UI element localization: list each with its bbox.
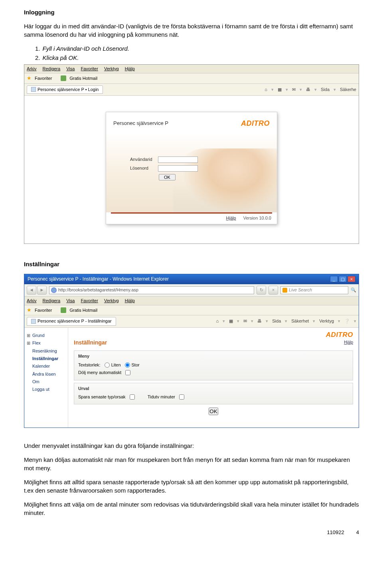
star-icon: ★ [27, 75, 32, 82]
fav-link-hotmail-2[interactable]: Gratis Hotmail [69, 307, 97, 313]
login-version: Version 10.0.0 [243, 215, 271, 221]
address-bar[interactable]: http://brooks/arbetstagaretest/Hmeny.asp [49, 286, 254, 294]
heading-installningar: Inställningar [24, 260, 359, 268]
hotmail-icon [61, 75, 66, 81]
radio-stor[interactable]: Stor [125, 362, 140, 368]
feed-icon[interactable]: ▦ [278, 87, 282, 93]
menu-hjalp[interactable]: Hjälp [125, 66, 135, 71]
favorites-label: Favoriter [35, 75, 52, 81]
menu2-visa[interactable]: Visa [66, 298, 75, 303]
mail-icon[interactable]: ✉ [292, 87, 296, 93]
nav-om[interactable]: Om [27, 378, 65, 386]
browser-tab-2[interactable]: Personec självservice P - Inställningar [27, 317, 116, 325]
stop-button[interactable]: × [268, 286, 278, 295]
print-icon-2[interactable]: 🖶 [257, 318, 262, 324]
tool2-sida[interactable]: Sida [272, 318, 281, 324]
tool-sakerhet[interactable]: Säkerhe [340, 87, 356, 93]
label-anvandarid: Användarid [130, 156, 158, 162]
favorites-bar-2: ★ Favoriter Gratis Hotmail [24, 305, 359, 315]
nav-forward[interactable]: ► [37, 286, 47, 295]
login-panel: Personec självservice P ADITRO Användari… [106, 112, 277, 224]
para-4: Möjlighet finns att välja om de antal mi… [24, 500, 359, 517]
nav-logga-ut[interactable]: Logga ut [27, 386, 65, 393]
menu-visa[interactable]: Visa [66, 66, 75, 71]
tab-row-2: Personec självservice P - Inställningar … [24, 315, 359, 327]
print-icon[interactable]: 🖶 [306, 87, 310, 93]
input-anvandarid[interactable] [158, 156, 198, 163]
tool2-sakerhet[interactable]: Säkerhet [291, 318, 309, 324]
fav-link-hotmail[interactable]: Gratis Hotmail [69, 75, 97, 81]
input-losenord[interactable] [158, 165, 198, 172]
refresh-button[interactable]: ↻ [257, 286, 266, 295]
panel-title: Inställningar [74, 339, 353, 347]
tool-sida[interactable]: Sida [321, 87, 330, 93]
tool2-verktyg[interactable]: Verktyg [319, 318, 334, 324]
page-tools-2: ⌂▾ ▦▾ ✉▾ 🖶▾ Sida▾ Säkerhet▾ Verktyg▾ ❔▾ [216, 318, 356, 324]
tab-label: Personec självservice P • Login [38, 87, 99, 93]
settings-ok-button[interactable]: OK [209, 408, 218, 415]
search-box[interactable]: Live Search [280, 286, 348, 294]
screenshot-installningar: Personec självservice P - Inställningar … [24, 274, 359, 428]
login-title: Personec självservice P [113, 120, 168, 127]
login-help-link[interactable]: Hjälp [226, 215, 236, 221]
window-close[interactable]: × [347, 276, 355, 282]
page-tools: ⌂▾ ▦▾ ✉▾ 🖶▾ Sida▾ Säkerhe [265, 87, 356, 93]
window-titlebar: Personec självservice P - Inställningar … [24, 274, 359, 284]
legend-urval: Urval [78, 386, 349, 392]
para-2: Menyn kan döljas automatiskt när man för… [24, 455, 359, 472]
nav-kalender[interactable]: Kalender [27, 362, 65, 370]
nav-flex[interactable]: ⊞Flex [27, 339, 65, 347]
mail-icon-2[interactable]: ✉ [243, 318, 247, 324]
checkbox-spara-senaste[interactable] [130, 394, 135, 400]
ie-menu-bar-2: Arkiv Redigera Visa Favoriter Verktyg Hj… [24, 297, 359, 305]
step-2: 2.Klicka på OK. [35, 53, 359, 62]
feed-icon-2[interactable]: ▦ [229, 318, 233, 324]
checkbox-dolj-meny[interactable] [125, 370, 130, 375]
window-maximize[interactable]: ▢ [339, 276, 347, 282]
menu2-verktyg[interactable]: Verktyg [104, 298, 119, 303]
nav-back[interactable]: ◄ [27, 286, 36, 295]
page-icon-2 [31, 319, 36, 324]
nav-grund[interactable]: ⊞Grund [27, 332, 65, 339]
page-footer: 110922 4 [24, 529, 359, 536]
home-icon[interactable]: ⌂ [265, 87, 267, 93]
menu2-hjalp[interactable]: Hjälp [125, 298, 135, 303]
menu2-favoriter[interactable]: Favoriter [81, 298, 98, 303]
nav-reserakning[interactable]: Reseräkning [27, 347, 65, 355]
legend-meny: Meny [78, 353, 349, 359]
search-placeholder: Live Search [289, 287, 312, 293]
tool2-help-icon[interactable]: ❔ [344, 318, 350, 324]
tab-label-2: Personec självservice P - Inställningar [38, 318, 112, 324]
menu2-arkiv[interactable]: Arkiv [27, 298, 36, 303]
menu-favoriter[interactable]: Favoriter [81, 66, 98, 71]
page-icon [31, 87, 36, 92]
label-tidutv: Tidutv minuter [148, 394, 175, 400]
nav-installningar[interactable]: Inställningar [27, 355, 65, 362]
radio-liten[interactable]: Liten [105, 362, 121, 368]
help-link[interactable]: Hjälp [326, 340, 353, 345]
menu-redigera[interactable]: Redigera [43, 66, 61, 71]
browser-tab[interactable]: Personec självservice P • Login [27, 85, 103, 94]
menu2-redigera[interactable]: Redigera [43, 298, 61, 303]
star-icon-2: ★ [27, 307, 32, 314]
menu-arkiv[interactable]: Arkiv [27, 66, 36, 71]
menu-verktyg[interactable]: Verktyg [104, 66, 119, 71]
step-1: 1.Fyll i Användar-ID och Lösenord. [35, 44, 359, 53]
heading-inloggning: Inloggning [24, 8, 359, 16]
login-ok-button[interactable]: OK [159, 174, 176, 180]
live-search-icon [282, 288, 287, 293]
search-go-icon[interactable]: 🔍 [351, 287, 356, 293]
tab-row: Personec självservice P • Login ⌂▾ ▦▾ ✉▾… [24, 84, 359, 96]
panel-meny: Meny Textstorlek: Liten Stor Dölj meny a… [74, 350, 353, 380]
footer-date: 110922 [327, 529, 344, 536]
address-row: ◄ ► http://brooks/arbetstagaretest/Hmeny… [24, 284, 359, 297]
window-minimize[interactable]: _ [330, 276, 338, 282]
screenshot-login: Arkiv Redigera Visa Favoriter Verktyg Hj… [24, 64, 359, 244]
checkbox-tidutv[interactable] [179, 394, 184, 400]
home-icon-2[interactable]: ⌂ [216, 318, 219, 324]
para-3: Möjlighet finns att alltid spara senaste… [24, 478, 359, 495]
nav-andra-losen[interactable]: Ändra lösen [27, 370, 65, 378]
favorites-label-2: Favoriter [35, 307, 52, 313]
label-dolj-meny: Dölj meny automatiskt [78, 370, 121, 376]
left-nav: ⊞Grund ⊞Flex Reseräkning Inställningar K… [24, 328, 68, 428]
